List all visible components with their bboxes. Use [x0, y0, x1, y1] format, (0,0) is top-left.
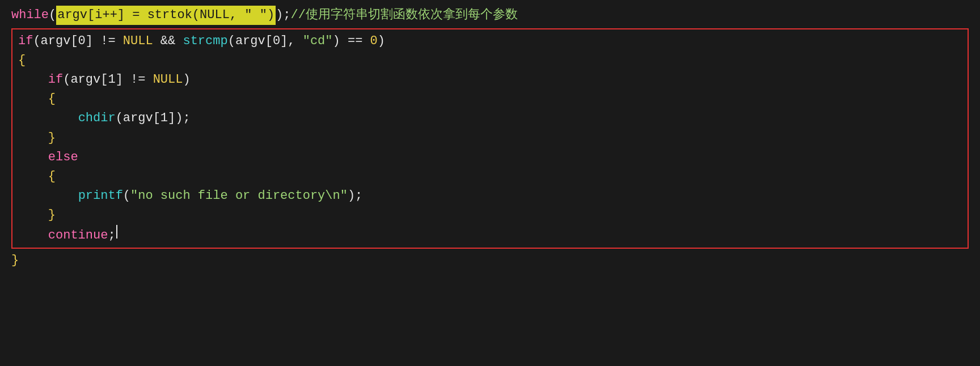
highlighted-expr: argv[i++] = strtok(NULL, " ")	[56, 6, 276, 25]
brace-2: {	[48, 90, 56, 109]
brace-1: {	[18, 51, 26, 70]
brace-4: {	[48, 167, 56, 186]
num-zero: 0	[370, 32, 378, 51]
keyword-while: while	[11, 6, 49, 25]
keyword-if-outer: if	[18, 32, 33, 51]
keyword-if-inner: if	[48, 70, 63, 90]
line-if-outer: if(argv[0] != NULL && strcmp(argv[0], "c…	[18, 32, 962, 51]
comment-line1: //使用字符串切割函数依次拿到每个参数	[291, 6, 518, 25]
keyword-continue: continue	[48, 226, 108, 245]
line-brace-open-3: {	[18, 167, 962, 186]
line-else: else	[18, 148, 962, 167]
line-while: while(argv[i++] = strtok(NULL, " "));//使…	[11, 6, 969, 25]
line-brace-open-2: {	[18, 90, 962, 109]
keyword-else: else	[48, 148, 78, 167]
code-editor: while(argv[i++] = strtok(NULL, " "));//使…	[0, 0, 980, 366]
fn-printf: printf	[78, 186, 123, 206]
str-cd: "cd"	[303, 32, 333, 51]
closing-brace: }	[11, 251, 19, 270]
line-if-inner: if(argv[1] != NULL)	[18, 70, 962, 90]
null-keyword-1: NULL	[123, 32, 153, 51]
line-brace-open-1: {	[18, 51, 962, 70]
text-cursor	[116, 225, 117, 239]
boxed-code-block: if(argv[0] != NULL && strcmp(argv[0], "c…	[11, 28, 969, 249]
line-chdir: chdir(argv[1]);	[18, 109, 962, 128]
line-continue: continue;	[18, 225, 962, 245]
line-brace-close-2: }	[18, 129, 962, 148]
brace-5: }	[48, 206, 56, 225]
fn-chdir: chdir	[78, 109, 116, 128]
line-printf: printf("no such file or directory\n");	[18, 186, 962, 206]
line-brace-close-3: }	[18, 206, 962, 225]
str-no-such: "no such file or directory\n"	[130, 186, 348, 206]
brace-3: }	[48, 129, 56, 148]
line-closing-brace: }	[11, 251, 969, 270]
fn-strcmp: strcmp	[183, 32, 227, 51]
null-keyword-2: NULL	[153, 70, 183, 90]
